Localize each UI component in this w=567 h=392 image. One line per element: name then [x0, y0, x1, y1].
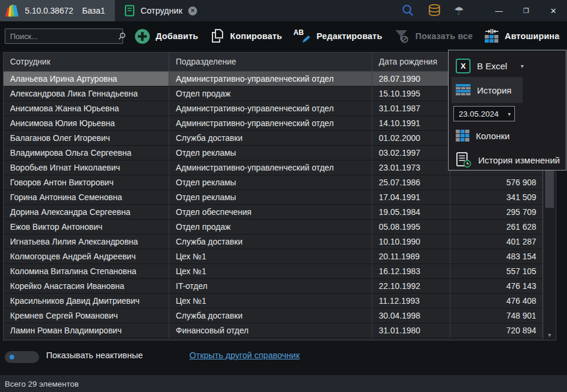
table-rows-icon — [456, 84, 471, 96]
cell-birthdate: 03.02.1997 — [372, 146, 450, 160]
cell-department: Отдел обеспечения — [169, 205, 372, 220]
table-columns-icon — [456, 130, 469, 142]
menu-item-excel[interactable]: X В Excel ▾ — [449, 54, 566, 77]
cell-employee: Воробьев Игнат Николаевич — [4, 160, 169, 175]
add-button[interactable]: Добавить — [134, 28, 198, 44]
database-icon[interactable] — [427, 3, 442, 18]
autowidth-button[interactable]: Автоширина — [484, 28, 560, 44]
cell-employee: Владимирова Ольга Сергеевна — [4, 146, 169, 160]
excel-label: В Excel — [477, 61, 507, 71]
cell-birthdate: 30.04.1998 — [372, 309, 450, 323]
cell-value: 748 901 — [450, 309, 543, 323]
table-row[interactable]: Коломина Виталина Степановна Цех №1 16.1… — [4, 264, 543, 279]
cell-department: Отдел рекламы — [169, 190, 372, 205]
cell-value: 295 709 — [450, 205, 543, 220]
table-row[interactable]: Игнатьева Лилия Александровна Служба дос… — [4, 234, 543, 249]
minimize-button[interactable]: — — [485, 0, 513, 21]
add-label: Добавить — [156, 31, 198, 41]
toolbar-overflow-caret[interactable]: ▾ — [553, 21, 563, 51]
cell-department: Служба доставки — [169, 131, 372, 146]
titlebar: 5.10.0.38672 База1 Сотрудник ✕ — [0, 0, 567, 21]
cell-employee: Игнатьева Лилия Александровна — [4, 234, 169, 249]
umbrella-icon[interactable]: ☂ — [454, 4, 464, 17]
table-row[interactable]: Говоров Антон Викторович Отдел рекламы 2… — [4, 175, 543, 190]
cell-department: Отдел продаж — [169, 220, 372, 234]
column-header-employee[interactable]: Сотрудник — [4, 53, 169, 72]
inactive-toggle-label: Показывать неактивные — [46, 351, 143, 360]
excel-icon: X — [456, 59, 471, 73]
cell-employee: Балаганов Олег Игоревич — [4, 131, 169, 146]
columns-label: Колонки — [476, 131, 510, 141]
column-header-birthdate[interactable]: Дата рождения — [372, 53, 450, 72]
history-date-picker[interactable]: 23.05.2024 ▾ — [453, 106, 515, 121]
cell-value: 476 408 — [450, 294, 543, 309]
window-controls: — ❒ ✕ — [485, 0, 567, 21]
titlebar-icons: ☂ — [401, 3, 464, 18]
search-icon — [118, 32, 126, 40]
edit-button[interactable]: AB Редактировать — [294, 28, 382, 44]
cell-birthdate: 22.10.1992 — [372, 279, 450, 294]
table-row[interactable]: Ежов Виктор Антонович Отдел продаж 05.08… — [4, 220, 543, 234]
cell-value: 401 287 — [450, 234, 543, 249]
scrollbar-thumb[interactable] — [545, 170, 554, 208]
table-row[interactable]: Горина Антонина Семеновна Отдел рекламы … — [4, 190, 543, 205]
history-label: История — [477, 85, 511, 95]
cell-employee: Ламин Роман Владимирович — [4, 323, 169, 338]
cell-department: Цех №1 — [169, 249, 372, 264]
cell-birthdate: 25.07.1986 — [372, 175, 450, 190]
cell-department: Административно-управленческий отдел — [169, 116, 372, 131]
menu-item-columns[interactable]: Колонки — [449, 124, 566, 147]
cell-department: Отдел рекламы — [169, 175, 372, 190]
menu-item-history[interactable]: История — [452, 77, 523, 103]
cell-value: 476 143 — [450, 279, 543, 294]
filter-slash-icon — [394, 28, 410, 44]
cell-department: Финансовый отдел — [169, 323, 372, 338]
inactive-toggle[interactable] — [5, 351, 39, 363]
table-row[interactable]: Корейко Анастасия Ивановна IT-отдел 22.1… — [4, 279, 543, 294]
tab-close-icon[interactable]: ✕ — [188, 7, 197, 15]
menu-item-change-history[interactable]: История изменений — [449, 147, 566, 173]
toolbar: Добавить Копировать AB Редактировать — [0, 21, 567, 51]
edit-label: Редактировать — [317, 31, 382, 41]
open-other-directory-link[interactable]: Открыть другой справочник — [189, 351, 299, 360]
cell-value: 261 628 — [450, 220, 543, 234]
cell-birthdate: 28.07.1990 — [372, 72, 450, 86]
table-row[interactable]: Ламин Роман Владимирович Финансовый отде… — [4, 323, 543, 338]
cell-department: Служба доставки — [169, 234, 372, 249]
cell-birthdate: 23.01.1973 — [372, 160, 450, 175]
copy-button[interactable]: Копировать — [210, 28, 282, 44]
cell-department: Отдел продаж — [169, 86, 372, 101]
tab-sotrudnik[interactable]: Сотрудник ✕ — [115, 0, 204, 21]
cell-department: Служба доставки — [169, 309, 372, 323]
cell-value: 720 894 — [450, 323, 543, 338]
cell-birthdate: 15.10.1995 — [372, 86, 450, 101]
pencil-icon — [301, 35, 311, 44]
cell-employee: Аланьева Ирина Артуровна — [4, 72, 169, 86]
table-row[interactable]: Дорина Александра Сергеевна Отдел обеспе… — [4, 205, 543, 220]
footer: Показывать неактивные Открыть другой спр… — [0, 340, 567, 375]
column-header-department[interactable]: Подразделение — [169, 53, 372, 72]
scrollbar-down-icon[interactable]: ▾ — [543, 332, 556, 338]
cell-department: Цех №1 — [169, 264, 372, 279]
date-caret-icon: ▾ — [508, 111, 511, 117]
table-row[interactable]: Красильников Давид Дмитриевич Цех №1 11.… — [4, 294, 543, 309]
table-row[interactable]: Кремнев Сергей Романович Служба доставки… — [4, 309, 543, 323]
table-row[interactable]: Колмогорцев Андрей Андреевич Цех №1 20.1… — [4, 249, 543, 264]
book-icon — [124, 5, 135, 17]
maximize-button[interactable]: ❒ — [513, 0, 540, 21]
toolbar-dropdown-menu: X В Excel ▾ История 23.05.2024 ▾ Колонки — [448, 50, 566, 171]
cell-department: Административно-управленческий отдел — [169, 160, 372, 175]
cell-employee: Ежов Виктор Антонович — [4, 220, 169, 234]
date-value: 23.05.2024 — [454, 110, 508, 118]
autowidth-icon — [484, 28, 500, 44]
cell-department: Отдел рекламы — [169, 146, 372, 160]
global-search-icon[interactable] — [401, 4, 415, 18]
copy-icon — [210, 28, 225, 44]
cell-employee: Колмогорцев Андрей Андреевич — [4, 249, 169, 264]
search-box[interactable] — [5, 28, 123, 44]
cell-birthdate: 10.10.1990 — [372, 234, 450, 249]
history-doc-icon — [456, 152, 472, 168]
search-input[interactable] — [5, 32, 118, 41]
cell-employee: Анисимова Юлия Юрьевна — [4, 116, 169, 131]
close-button[interactable]: ✕ — [540, 0, 567, 21]
